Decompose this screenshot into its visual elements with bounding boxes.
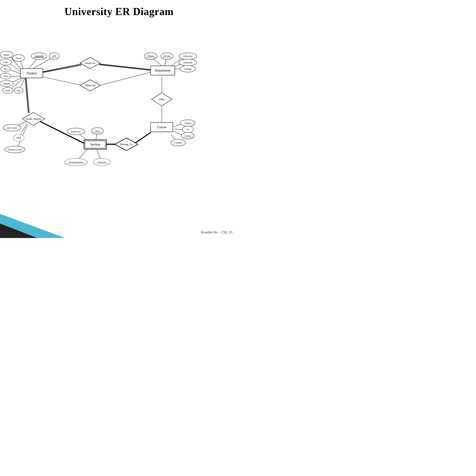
svg-text:Minor In: Minor In <box>85 84 95 87</box>
svg-text:Department: Department <box>155 68 171 72</box>
svg-text:SSN: SSN <box>52 55 56 57</box>
svg-text:DCode: DCode <box>164 55 170 57</box>
svg-text:State: State <box>5 89 10 92</box>
svg-text:Instructor: Instructor <box>71 130 81 133</box>
svg-line-14 <box>99 65 151 70</box>
svg-text:b date: b date <box>3 61 8 64</box>
svg-text:etter Grade: etter Grade <box>7 127 17 129</box>
page-title: University ER Diagram <box>0 0 238 19</box>
svg-line-12 <box>42 77 82 85</box>
svg-line-10 <box>43 64 82 72</box>
svg-text:Class: Class <box>3 75 8 78</box>
svg-text:Semester: Semester <box>97 161 106 164</box>
svg-text:Sex: Sex <box>4 68 7 70</box>
svg-text:Course: Course <box>157 125 167 129</box>
svg-text:Section: Section <box>90 143 100 146</box>
svg-text:Student: Student <box>26 71 37 75</box>
svg-text:Co: Co <box>186 128 189 131</box>
svg-text:CName: CName <box>184 122 191 125</box>
svg-text:SectionNumber: SectionNumber <box>69 161 83 164</box>
svg-text:Grade_Report: Grade_Report <box>26 117 42 120</box>
svg-text:OfficePh: OfficePh <box>184 61 192 64</box>
svg-text:Address: Address <box>3 82 11 85</box>
svg-line-41 <box>135 132 151 143</box>
svg-text:Zip: Zip <box>17 89 20 92</box>
svg-text:StudentID: StudentID <box>34 55 44 57</box>
svg-text:DName: DName <box>147 55 154 57</box>
footer-bar: Koushik De- - CSE, UI <box>0 214 238 238</box>
svg-text:CNum: CNum <box>185 135 191 137</box>
svg-text:Year: Year <box>95 130 100 132</box>
svg-line-13 <box>99 64 151 69</box>
svg-line-15 <box>99 72 151 85</box>
svg-text:Name: Name <box>16 57 21 60</box>
svg-text:Belong_To: Belong_To <box>120 143 133 146</box>
svg-text:College: College <box>184 68 192 70</box>
svg-text:Credits: Credits <box>175 141 182 144</box>
diagram-area: Student Department Course Section Major … <box>0 19 238 187</box>
svg-text:GPA: GPA <box>16 137 21 139</box>
svg-text:degree: degree <box>3 53 9 56</box>
svg-text:OfficeNu: OfficeNu <box>183 55 192 58</box>
svg-line-40 <box>134 133 151 144</box>
svg-text:Numeric Grade: Numeric Grade <box>8 148 22 151</box>
svg-line-11 <box>43 65 82 72</box>
footer-credit: Koushik De- - CSE, UI <box>201 230 233 234</box>
svg-text:Major In: Major In <box>85 62 95 65</box>
svg-text:Offer: Offer <box>159 98 165 101</box>
